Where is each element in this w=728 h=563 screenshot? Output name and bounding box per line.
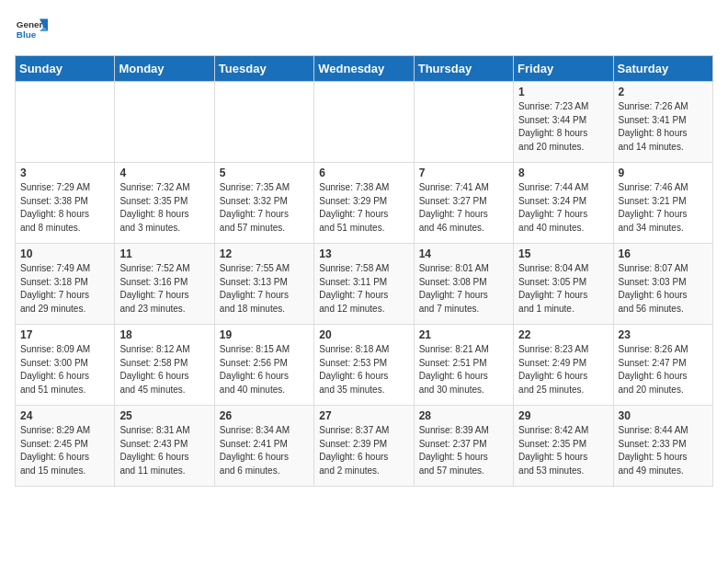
calendar-cell: 18Sunrise: 8:12 AM Sunset: 2:58 PM Dayli…	[115, 325, 214, 406]
day-number: 29	[518, 409, 608, 422]
day-info: Sunrise: 7:46 AM Sunset: 3:21 PM Dayligh…	[619, 181, 708, 235]
day-info: Sunrise: 7:35 AM Sunset: 3:32 PM Dayligh…	[220, 181, 309, 235]
header-day-sunday: Sunday	[16, 56, 115, 82]
day-info: Sunrise: 8:04 AM Sunset: 3:05 PM Dayligh…	[518, 262, 608, 316]
calendar-cell: 13Sunrise: 7:58 AM Sunset: 3:11 PM Dayli…	[314, 244, 414, 325]
calendar-cell: 2Sunrise: 7:26 AM Sunset: 3:41 PM Daylig…	[613, 82, 712, 163]
calendar-cell: 10Sunrise: 7:49 AM Sunset: 3:18 PM Dayli…	[16, 244, 115, 325]
day-number: 28	[419, 409, 508, 422]
calendar-cell	[16, 82, 115, 163]
day-info: Sunrise: 8:07 AM Sunset: 3:03 PM Dayligh…	[619, 262, 708, 316]
calendar-cell	[214, 82, 313, 163]
calendar-week-3: 10Sunrise: 7:49 AM Sunset: 3:18 PM Dayli…	[16, 244, 713, 325]
calendar-cell: 14Sunrise: 8:01 AM Sunset: 3:08 PM Dayli…	[414, 244, 513, 325]
logo-icon: General Blue	[15, 15, 48, 48]
calendar-table: SundayMondayTuesdayWednesdayThursdayFrid…	[15, 55, 713, 487]
header-day-monday: Monday	[115, 56, 214, 82]
svg-text:Blue: Blue	[17, 29, 37, 40]
day-number: 13	[319, 247, 408, 260]
day-info: Sunrise: 7:58 AM Sunset: 3:11 PM Dayligh…	[319, 262, 408, 316]
calendar-cell: 6Sunrise: 7:38 AM Sunset: 3:29 PM Daylig…	[314, 163, 414, 244]
calendar-cell	[314, 82, 414, 163]
logo: General Blue	[15, 15, 48, 48]
calendar-cell	[414, 82, 513, 163]
calendar-cell: 28Sunrise: 8:39 AM Sunset: 2:37 PM Dayli…	[414, 406, 513, 487]
day-number: 6	[319, 167, 408, 179]
day-number: 20	[319, 328, 408, 341]
day-number: 22	[518, 328, 608, 341]
day-number: 25	[119, 409, 209, 422]
calendar-cell: 3Sunrise: 7:29 AM Sunset: 3:38 PM Daylig…	[16, 163, 115, 244]
calendar-week-2: 3Sunrise: 7:29 AM Sunset: 3:38 PM Daylig…	[16, 163, 713, 244]
day-info: Sunrise: 7:26 AM Sunset: 3:41 PM Dayligh…	[619, 100, 708, 154]
calendar-cell: 17Sunrise: 8:09 AM Sunset: 3:00 PM Dayli…	[16, 325, 115, 406]
day-info: Sunrise: 8:09 AM Sunset: 3:00 PM Dayligh…	[20, 343, 109, 396]
day-number: 16	[619, 247, 708, 260]
calendar-cell: 19Sunrise: 8:15 AM Sunset: 2:56 PM Dayli…	[214, 325, 313, 406]
calendar-cell: 9Sunrise: 7:46 AM Sunset: 3:21 PM Daylig…	[613, 163, 712, 244]
day-info: Sunrise: 7:38 AM Sunset: 3:29 PM Dayligh…	[319, 181, 408, 235]
calendar-cell: 24Sunrise: 8:29 AM Sunset: 2:45 PM Dayli…	[16, 406, 115, 487]
day-info: Sunrise: 7:49 AM Sunset: 3:18 PM Dayligh…	[20, 262, 109, 316]
day-info: Sunrise: 8:15 AM Sunset: 2:56 PM Dayligh…	[220, 343, 309, 396]
day-info: Sunrise: 7:29 AM Sunset: 3:38 PM Dayligh…	[20, 181, 109, 235]
calendar-cell: 15Sunrise: 8:04 AM Sunset: 3:05 PM Dayli…	[514, 244, 613, 325]
day-number: 14	[419, 247, 508, 260]
day-info: Sunrise: 8:29 AM Sunset: 2:45 PM Dayligh…	[20, 424, 109, 477]
day-number: 10	[20, 247, 109, 260]
day-number: 15	[518, 247, 608, 260]
calendar-cell: 11Sunrise: 7:52 AM Sunset: 3:16 PM Dayli…	[115, 244, 214, 325]
day-info: Sunrise: 8:21 AM Sunset: 2:51 PM Dayligh…	[419, 343, 508, 396]
day-info: Sunrise: 8:34 AM Sunset: 2:41 PM Dayligh…	[220, 424, 309, 477]
day-number: 30	[619, 409, 708, 422]
day-number: 7	[419, 167, 508, 179]
day-number: 21	[419, 328, 508, 341]
calendar-cell: 30Sunrise: 8:44 AM Sunset: 2:33 PM Dayli…	[613, 406, 712, 487]
day-info: Sunrise: 8:37 AM Sunset: 2:39 PM Dayligh…	[319, 424, 408, 477]
day-number: 3	[20, 167, 109, 179]
day-info: Sunrise: 7:44 AM Sunset: 3:24 PM Dayligh…	[518, 181, 608, 235]
day-info: Sunrise: 8:39 AM Sunset: 2:37 PM Dayligh…	[419, 424, 508, 477]
day-number: 26	[220, 409, 309, 422]
day-info: Sunrise: 8:12 AM Sunset: 2:58 PM Dayligh…	[119, 343, 209, 396]
calendar-cell: 20Sunrise: 8:18 AM Sunset: 2:53 PM Dayli…	[314, 325, 414, 406]
day-number: 23	[619, 328, 708, 341]
calendar-week-1: 1Sunrise: 7:23 AM Sunset: 3:44 PM Daylig…	[16, 82, 713, 163]
calendar-week-4: 17Sunrise: 8:09 AM Sunset: 3:00 PM Dayli…	[16, 325, 713, 406]
day-number: 11	[119, 247, 209, 260]
calendar-cell: 16Sunrise: 8:07 AM Sunset: 3:03 PM Dayli…	[613, 244, 712, 325]
calendar-cell: 22Sunrise: 8:23 AM Sunset: 2:49 PM Dayli…	[514, 325, 613, 406]
day-number: 19	[220, 328, 309, 341]
day-number: 2	[619, 86, 708, 98]
day-number: 8	[518, 167, 608, 179]
header-day-wednesday: Wednesday	[314, 56, 414, 82]
day-info: Sunrise: 7:23 AM Sunset: 3:44 PM Dayligh…	[518, 100, 608, 154]
calendar-cell: 26Sunrise: 8:34 AM Sunset: 2:41 PM Dayli…	[214, 406, 313, 487]
calendar-cell: 5Sunrise: 7:35 AM Sunset: 3:32 PM Daylig…	[214, 163, 313, 244]
calendar-cell: 23Sunrise: 8:26 AM Sunset: 2:47 PM Dayli…	[613, 325, 712, 406]
calendar-cell: 29Sunrise: 8:42 AM Sunset: 2:35 PM Dayli…	[514, 406, 613, 487]
day-number: 17	[20, 328, 109, 341]
header-day-thursday: Thursday	[414, 56, 513, 82]
calendar-cell: 8Sunrise: 7:44 AM Sunset: 3:24 PM Daylig…	[514, 163, 613, 244]
day-number: 9	[619, 167, 708, 179]
calendar-cell: 25Sunrise: 8:31 AM Sunset: 2:43 PM Dayli…	[115, 406, 214, 487]
calendar-cell: 4Sunrise: 7:32 AM Sunset: 3:35 PM Daylig…	[115, 163, 214, 244]
day-number: 27	[319, 409, 408, 422]
header-day-tuesday: Tuesday	[214, 56, 313, 82]
day-info: Sunrise: 8:23 AM Sunset: 2:49 PM Dayligh…	[518, 343, 608, 396]
day-info: Sunrise: 8:26 AM Sunset: 2:47 PM Dayligh…	[619, 343, 708, 396]
header-day-friday: Friday	[514, 56, 613, 82]
calendar-cell: 1Sunrise: 7:23 AM Sunset: 3:44 PM Daylig…	[514, 82, 613, 163]
day-number: 18	[119, 328, 209, 341]
day-info: Sunrise: 7:52 AM Sunset: 3:16 PM Dayligh…	[119, 262, 209, 316]
day-info: Sunrise: 8:42 AM Sunset: 2:35 PM Dayligh…	[518, 424, 608, 477]
day-number: 5	[220, 167, 309, 179]
calendar-week-5: 24Sunrise: 8:29 AM Sunset: 2:45 PM Dayli…	[16, 406, 713, 487]
day-number: 4	[119, 167, 209, 179]
day-info: Sunrise: 8:44 AM Sunset: 2:33 PM Dayligh…	[619, 424, 708, 477]
day-number: 1	[518, 86, 608, 98]
day-number: 12	[220, 247, 309, 260]
day-info: Sunrise: 7:55 AM Sunset: 3:13 PM Dayligh…	[220, 262, 309, 316]
day-info: Sunrise: 8:31 AM Sunset: 2:43 PM Dayligh…	[119, 424, 209, 477]
